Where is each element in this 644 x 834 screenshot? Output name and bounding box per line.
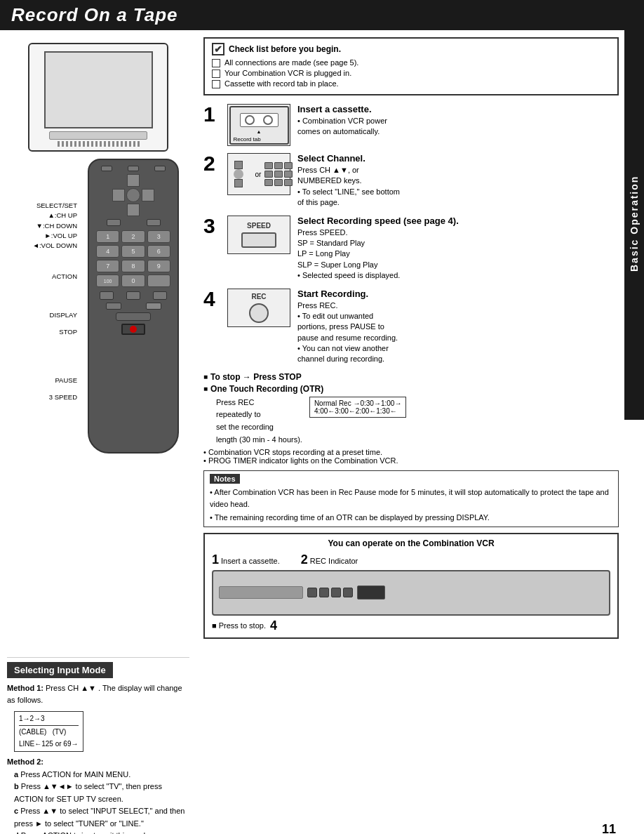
speed-label-text: SPEED <box>247 222 271 230</box>
step-3: 3 SPEED Select Recording speed (see page… <box>203 216 619 282</box>
vcr-step-labels: 1 Insert a cassette. 2 REC Indicator <box>212 552 610 567</box>
step-4-desc: Start Recording. Press REC. • To edit ou… <box>297 289 619 365</box>
remote-rec-indicator <box>130 326 137 333</box>
vcr-btn-3[interactable] <box>331 588 341 597</box>
remote-btn-2[interactable]: 2 <box>121 230 145 243</box>
rec-label-text: REC <box>251 293 266 300</box>
remote-dpad-up[interactable] <box>127 174 140 187</box>
ch-up-btn[interactable] <box>234 161 243 169</box>
vcr-slot <box>219 586 303 599</box>
tv-vent <box>104 141 106 147</box>
remote-rew-btn[interactable] <box>126 291 140 300</box>
tv-vent <box>91 141 93 147</box>
step-2-number: 2 <box>203 153 220 174</box>
num-btn-4[interactable] <box>264 171 273 178</box>
remote-stop-btn[interactable] <box>100 291 114 300</box>
vcr-press-stop: ■ Press to stop. 4 <box>212 618 610 633</box>
vcr-device-illus <box>212 570 610 616</box>
remote-btn-top2[interactable] <box>128 166 139 171</box>
vcr-btn-4[interactable] <box>343 588 353 597</box>
sidebar-label: Basic Operation <box>624 27 644 420</box>
check-icon: ✔ <box>212 43 224 55</box>
notes-title: Notes <box>210 474 240 484</box>
step-2: 2 or <box>203 153 619 208</box>
remote-btn-7[interactable]: 7 <box>96 260 119 272</box>
step-4: 4 REC Start Recording. Press REC. • To e… <box>203 289 619 365</box>
remote-play-btn[interactable] <box>146 303 161 310</box>
num-btn-7[interactable] <box>264 179 273 186</box>
ch-dpad <box>225 161 252 187</box>
bottom-right <box>196 650 619 834</box>
cassette-label: ▲ <box>257 129 262 134</box>
otr-flow-bottom: 4:00←3:00←2:00←1:30← <box>314 407 402 415</box>
num-btn-3[interactable] <box>284 162 293 169</box>
vcr-btn-2[interactable] <box>319 588 329 597</box>
cassette-reel-right <box>263 115 273 125</box>
otr-bullet2: • PROG TIMER indicator lights on the Com… <box>203 456 619 465</box>
method2-step-c: c Press ▲▼ to select "INPUT SELECT," and… <box>14 805 189 830</box>
left-column: SELECT/SET ▲:CH UP ▼:CH DOWN ►:VOL UP ◄:… <box>7 37 189 639</box>
bottom-section: Selecting Input Mode Method 1: Press CH … <box>0 646 644 834</box>
remote-btn-1[interactable]: 1 <box>96 230 119 243</box>
rec-btn-circle[interactable] <box>249 303 269 323</box>
display-label: DISPLAY <box>7 310 77 320</box>
remote-dpad-left[interactable] <box>112 189 125 201</box>
ch-down-btn[interactable] <box>234 179 243 187</box>
step-2-title: Select Channel. <box>297 153 619 164</box>
remote-dpad-center[interactable] <box>126 188 140 202</box>
remote-btn-4[interactable]: 4 <box>96 245 119 258</box>
remote-btn-3[interactable]: 3 <box>147 230 170 243</box>
speed-label: 3 SPEED <box>7 392 77 402</box>
remote-speed-btn[interactable] <box>116 312 151 321</box>
vcr-step-1-num: 1 <box>212 552 219 567</box>
cassette-illustration: ▲ Record tab <box>229 106 289 145</box>
step-3-desc: Select Recording speed (see page 4). Pre… <box>297 216 619 282</box>
remote-btn-top3[interactable] <box>154 166 166 171</box>
remote-dpad-down[interactable] <box>127 204 140 216</box>
right-column: ✔ Check list before you begin. All conne… <box>196 37 619 639</box>
num-btn-1[interactable] <box>264 162 273 169</box>
method2-block: Method 2: a Press ACTION for MAIN MENU. … <box>7 756 189 834</box>
remote-btn-6[interactable]: 6 <box>147 245 170 258</box>
step-2-text: Press CH ▲▼, or NUMBERED keys. • To sele… <box>297 165 619 208</box>
step-3-title: Select Recording speed (see page 4). <box>297 216 619 226</box>
remote-btn-extra[interactable] <box>147 274 170 287</box>
tv-vent <box>108 141 110 147</box>
tv-vent <box>87 141 89 147</box>
num-grid <box>264 162 293 186</box>
remote-btn-100[interactable]: 100 <box>96 274 119 287</box>
tv-vent <box>66 141 68 147</box>
channel-buttons-illus: or <box>222 157 297 191</box>
input-mode-content: Method 1: Press CH ▲▼ . The display will… <box>7 682 189 834</box>
vcr-section: You can operate on the Combination VCR 1… <box>203 533 619 639</box>
num-btn-9[interactable] <box>284 179 293 186</box>
checkbox-3 <box>212 80 220 88</box>
ch-dpad-center <box>234 169 243 179</box>
remote-rec-btn[interactable] <box>121 324 145 335</box>
num-btn-5[interactable] <box>274 171 283 178</box>
cassette-reel-left <box>245 115 255 125</box>
remote-power-btn[interactable] <box>101 166 112 171</box>
remote-display-btn[interactable] <box>147 219 161 226</box>
remote-pause-btn[interactable] <box>106 303 121 310</box>
tv-vent <box>121 141 123 147</box>
checklist-box: ✔ Check list before you begin. All conne… <box>203 37 619 95</box>
remote-btn-9[interactable]: 9 <box>147 260 170 272</box>
num-btn-2[interactable] <box>274 162 283 169</box>
remote-top-row <box>93 166 173 171</box>
step-3-text: Press SPEED. SP = Standard Play LP = Lon… <box>297 227 619 282</box>
otr-title: One Touch Recording (OTR) <box>203 384 619 394</box>
tv-vent <box>133 141 135 147</box>
remote-action-btn[interactable] <box>107 219 121 226</box>
num-btn-6[interactable] <box>284 171 293 178</box>
num-btn-8[interactable] <box>274 179 283 186</box>
remote-btn-8[interactable]: 8 <box>121 260 145 272</box>
remote-dpad-right[interactable] <box>142 189 154 201</box>
remote-wrapper: SELECT/SET ▲:CH UP ▼:CH DOWN ►:VOL UP ◄:… <box>7 159 189 454</box>
otr-bullet1: • Combination VCR stops recording at a p… <box>203 448 619 456</box>
remote-btn-5[interactable]: 5 <box>121 245 145 258</box>
vcr-btn-1[interactable] <box>307 588 317 597</box>
speed-btn-rect[interactable] <box>241 232 276 248</box>
remote-btn-0[interactable]: 0 <box>121 274 145 287</box>
remote-ff-btn[interactable] <box>153 291 167 300</box>
